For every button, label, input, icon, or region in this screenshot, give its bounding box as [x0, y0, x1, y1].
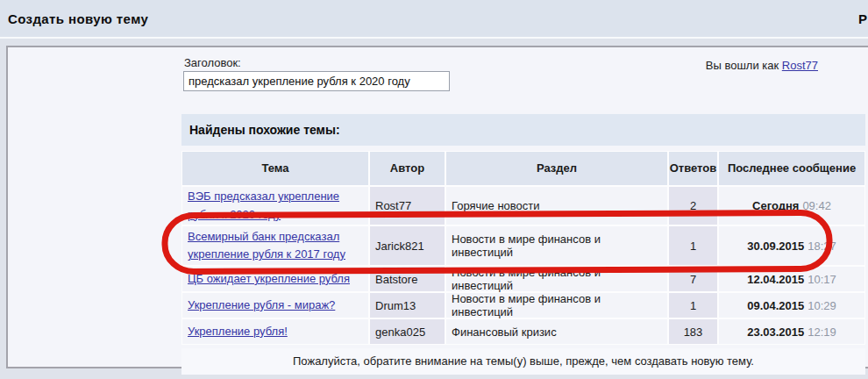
author-cell: Drum13: [370, 293, 445, 318]
column-header: Автор: [370, 152, 445, 185]
section-cell: Новости в мире финансов и инвестиций: [446, 293, 667, 318]
replies-cell: 1: [669, 293, 717, 318]
column-header: Ответов: [669, 152, 717, 185]
last-post-time: 10:17: [808, 273, 836, 286]
top-right-link[interactable]: Р: [858, 11, 867, 26]
page-title: Создать новую тему: [8, 11, 148, 26]
replies-cell: 183: [669, 319, 717, 344]
column-header: Последнее сообщение: [719, 152, 864, 185]
author-cell: Jarick821: [370, 226, 445, 265]
logged-in-prefix: Вы вошли как: [706, 59, 779, 72]
title-label: Заголовок:: [184, 56, 241, 69]
last-post-time: 12:19: [808, 325, 836, 339]
similar-topics-block: Найдены похожие темы: Тема Автор Раздел …: [181, 114, 865, 375]
topic-cell: ЦБ ожидает укрепление рубля: [182, 267, 368, 291]
author-cell: genka025: [370, 319, 445, 344]
last-post-cell: 09.04.2015 10:29: [719, 293, 864, 318]
last-post-cell: 12.04.2015 10:17: [719, 267, 864, 291]
last-post-date: Сегодня: [752, 199, 799, 212]
section-cell: Финансовый кризис: [446, 319, 667, 344]
topic-title-input[interactable]: [183, 71, 450, 91]
last-post-time: 18:27: [808, 240, 836, 253]
last-post-cell: 23.03.2015 12:19: [719, 319, 864, 344]
top-bar: Создать новую тему Р: [0, 0, 868, 39]
last-post-date: 30.09.2015: [747, 240, 804, 253]
similar-topics-table: Тема Автор Раздел Ответов Последнее сооб…: [181, 151, 865, 345]
replies-cell: 1: [669, 226, 717, 265]
topic-cell: Укрепление рубля!: [182, 319, 368, 344]
topic-cell: Укрепление рубля - мираж?: [182, 293, 368, 318]
topic-link[interactable]: Всемирный банк предсказал укрепление руб…: [188, 228, 363, 263]
last-post-date: 12.04.2015: [747, 273, 804, 286]
topic-cell: Всемирный банк предсказал укрепление руб…: [182, 226, 368, 265]
similar-topics-heading-text: Найдены похожие темы:: [189, 123, 340, 137]
logged-in-status: Вы вошли как Rost77: [706, 59, 818, 72]
topic-link[interactable]: Укрепление рубля!: [188, 323, 288, 340]
last-post-time: 10:29: [808, 299, 836, 312]
author-cell: Rost77: [370, 187, 445, 225]
column-header: Тема: [182, 152, 368, 185]
section-cell: Новости в мире финансов и инвестиций: [446, 267, 667, 291]
section-cell: Горячие новости: [446, 187, 667, 225]
topic-link[interactable]: ЦБ ожидает укрепление рубля: [188, 270, 350, 288]
logged-in-user-link[interactable]: Rost77: [782, 59, 818, 72]
duplicate-warning-note: Пожалуйста, обратите внимание на темы(у)…: [181, 348, 865, 375]
replies-cell: 2: [669, 187, 717, 225]
author-cell: Batstore: [370, 267, 445, 291]
topic-link[interactable]: ВЭБ предсказал укрепление рубля к 2020 г…: [188, 188, 363, 223]
last-post-cell: Сегодня 09:42: [719, 187, 864, 225]
topic-link[interactable]: Укрепление рубля - мираж?: [188, 297, 335, 314]
content-panel: Заголовок: Вы вошли как Rost77 Найдены п…: [6, 46, 868, 368]
topic-cell: ВЭБ предсказал укрепление рубля к 2020 г…: [182, 187, 368, 225]
last-post-cell: 30.09.2015 18:27: [719, 226, 864, 265]
similar-topics-heading: Найдены похожие темы:: [181, 114, 865, 146]
last-post-date: 23.03.2015: [747, 325, 804, 339]
section-cell: Новости в мире финансов и инвестиций: [446, 226, 667, 265]
last-post-time: 09:42: [802, 199, 831, 212]
replies-cell: 7: [669, 267, 717, 291]
column-header: Раздел: [446, 152, 667, 185]
last-post-date: 09.04.2015: [747, 299, 804, 312]
